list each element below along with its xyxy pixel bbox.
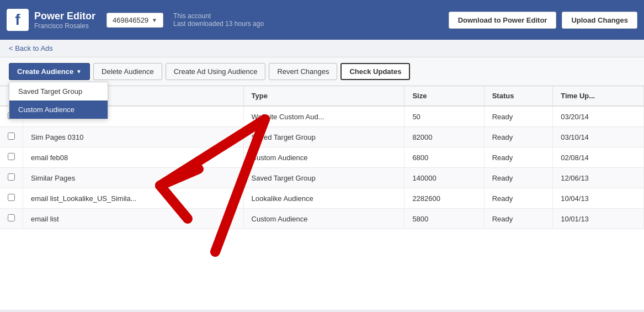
row-type-cell: Saved Target Group	[243, 168, 405, 188]
header: f Power Editor Francisco Rosales 4698465…	[0, 0, 644, 40]
create-audience-dropdown: Saved Target Group Custom Audience	[9, 82, 108, 119]
subheader: < Back to Ads	[0, 40, 644, 57]
row-name-cell: email feb08	[23, 147, 244, 168]
fb-logo-icon: f	[7, 9, 29, 31]
row-type-cell: Lookalike Audience	[243, 188, 405, 209]
row-size-cell: 6800	[405, 147, 484, 168]
row-checkbox-cell[interactable]	[0, 188, 23, 209]
row-checkbox-cell[interactable]	[0, 147, 23, 168]
delete-audience-button[interactable]: Delete Audience	[93, 63, 162, 80]
row-checkbox[interactable]	[8, 133, 15, 140]
row-size-cell: 140000	[405, 168, 484, 188]
download-button[interactable]: Download to Power Editor	[449, 12, 557, 29]
row-time-cell: 10/01/13	[553, 209, 644, 229]
account-label: This account	[173, 12, 264, 20]
account-dropdown[interactable]: 469846529 ▼	[107, 13, 163, 28]
row-status-cell: Ready	[484, 106, 553, 127]
col-status: Status	[484, 86, 553, 106]
table-row[interactable]: Sim Pages 0310 Saved Target Group 82000 …	[0, 127, 644, 147]
check-updates-button[interactable]: Check Updates	[340, 63, 410, 80]
row-name-cell: email list_Lookalike_US_Simila...	[23, 188, 244, 209]
audience-table-container: Name Type Size Status Time Up... EFF-WCA…	[0, 86, 644, 310]
row-time-cell: 10/04/13	[553, 188, 644, 209]
revert-changes-button[interactable]: Revert Changes	[269, 63, 337, 80]
last-download-label: Last downloaded 13 hours ago	[173, 20, 264, 28]
row-checkbox-cell[interactable]	[0, 127, 23, 147]
row-time-cell: 03/20/14	[553, 106, 644, 127]
row-type-cell: Website Custom Aud...	[243, 106, 405, 127]
row-size-cell: 2282600	[405, 188, 484, 209]
row-name-cell: email list	[23, 209, 244, 229]
brand-block: Power Editor Francisco Rosales	[34, 10, 95, 30]
row-name-cell: Sim Pages 0310	[23, 127, 244, 147]
row-status-cell: Ready	[484, 209, 553, 229]
row-status-cell: Ready	[484, 147, 553, 168]
row-size-cell: 5800	[405, 209, 484, 229]
row-status-cell: Ready	[484, 168, 553, 188]
table-row[interactable]: email list_Lookalike_US_Simila... Lookal…	[0, 188, 644, 209]
row-type-cell: Custom Audience	[243, 147, 405, 168]
chevron-down-icon: ▼	[152, 17, 157, 23]
app-title: Power Editor	[34, 10, 95, 22]
account-number-label: 469846529	[113, 16, 148, 24]
row-status-cell: Ready	[484, 127, 553, 147]
back-to-ads-link[interactable]: < Back to Ads	[9, 44, 53, 52]
account-meta: This account Last downloaded 13 hours ag…	[173, 12, 264, 28]
row-checkbox[interactable]	[8, 153, 15, 160]
chevron-down-icon: ▼	[76, 68, 82, 75]
col-size: Size	[405, 86, 484, 106]
row-checkbox[interactable]	[8, 214, 15, 221]
upload-button[interactable]: Upload Changes	[562, 12, 637, 29]
row-type-cell: Custom Audience	[243, 209, 405, 229]
col-time: Time Up...	[553, 86, 644, 106]
table-row[interactable]: Similar Pages Saved Target Group 140000 …	[0, 168, 644, 188]
create-audience-label: Create Audience	[17, 67, 73, 76]
dropdown-item-saved-target-group[interactable]: Saved Target Group	[9, 82, 108, 101]
row-size-cell: 50	[405, 106, 484, 127]
create-audience-button[interactable]: Create Audience ▼	[9, 63, 90, 80]
row-name-cell: Similar Pages	[23, 168, 244, 188]
row-time-cell: 03/10/14	[553, 127, 644, 147]
row-time-cell: 02/08/14	[553, 147, 644, 168]
row-status-cell: Ready	[484, 188, 553, 209]
user-name-label: Francisco Rosales	[34, 22, 95, 30]
table-row[interactable]: email list Custom Audience 5800 Ready 10…	[0, 209, 644, 229]
create-ad-button[interactable]: Create Ad Using Audience	[166, 63, 266, 80]
row-type-cell: Saved Target Group	[243, 127, 405, 147]
row-size-cell: 82000	[405, 127, 484, 147]
row-checkbox[interactable]	[8, 173, 15, 181]
row-checkbox-cell[interactable]	[0, 168, 23, 188]
row-checkbox[interactable]	[8, 194, 15, 201]
col-type: Type	[243, 86, 405, 106]
table-row[interactable]: email feb08 Custom Audience 6800 Ready 0…	[0, 147, 644, 168]
dropdown-item-custom-audience[interactable]: Custom Audience	[9, 101, 108, 119]
row-time-cell: 12/06/13	[553, 168, 644, 188]
row-checkbox-cell[interactable]	[0, 209, 23, 229]
toolbar: Create Audience ▼ Delete Audience Create…	[0, 57, 644, 86]
